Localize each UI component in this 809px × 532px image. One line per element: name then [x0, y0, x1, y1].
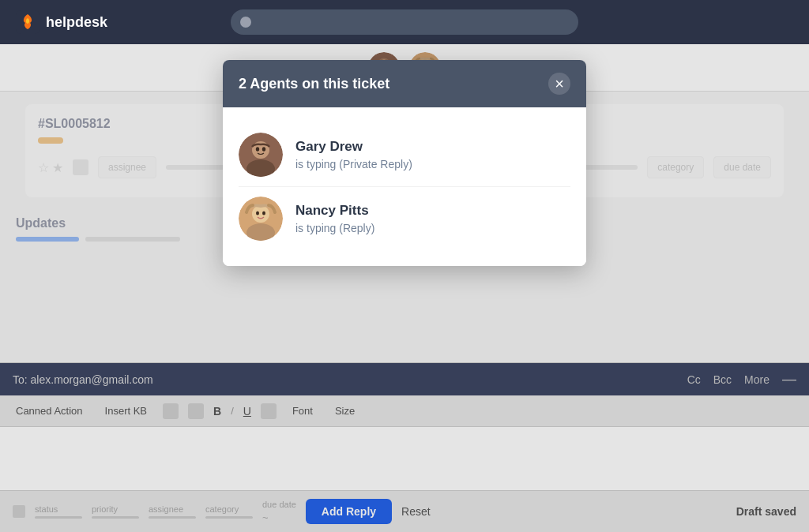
agent-avatar-nancy	[239, 197, 283, 241]
modal-close-button[interactable]: ×	[548, 73, 570, 95]
modal-overlay: 2 Agents on this ticket ×	[0, 44, 809, 532]
main-area: #SL0005812 ☆ ★ assignee category due dat…	[0, 44, 809, 532]
logo-area: helpdesk	[16, 10, 107, 34]
agent-name-nancy: Nancy Pitts	[295, 203, 570, 219]
svg-point-22	[262, 212, 265, 215]
agent-info-nancy: Nancy Pitts is typing (Reply)	[295, 203, 570, 234]
agent-row-nancy: Nancy Pitts is typing (Reply)	[239, 187, 570, 250]
modal-header: 2 Agents on this ticket ×	[223, 60, 586, 107]
top-nav: helpdesk	[0, 0, 809, 44]
svg-point-20	[252, 205, 269, 223]
agent-status-nancy: is typing (Reply)	[295, 222, 570, 234]
helpdesk-logo-icon	[16, 10, 40, 34]
app-name: helpdesk	[46, 14, 107, 31]
agents-modal: 2 Agents on this ticket ×	[223, 60, 586, 266]
agent-info-gary: Gary Drew is typing (Private Reply)	[295, 139, 570, 170]
modal-body: Gary Drew is typing (Private Reply)	[223, 107, 586, 266]
search-bar[interactable]	[231, 9, 578, 35]
modal-title: 2 Agents on this ticket	[239, 76, 389, 92]
svg-point-16	[262, 147, 265, 152]
svg-point-21	[256, 212, 259, 215]
agent-name-gary: Gary Drew	[295, 139, 570, 155]
search-icon	[240, 17, 251, 28]
agent-row-gary: Gary Drew is typing (Private Reply)	[239, 123, 570, 187]
svg-point-15	[256, 147, 259, 152]
agent-status-gary: is typing (Private Reply)	[295, 158, 570, 170]
agent-avatar-gary	[239, 133, 283, 177]
